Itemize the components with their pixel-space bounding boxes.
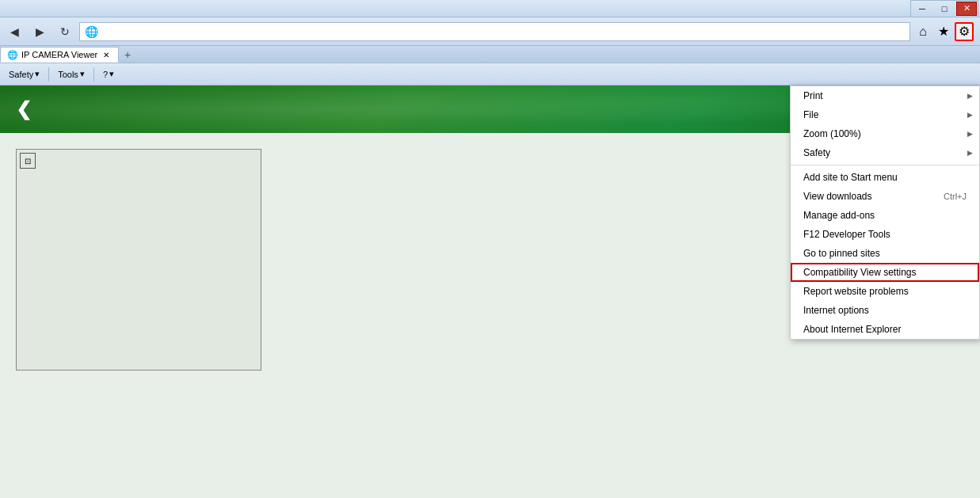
safety-menu[interactable]: Safety ▾	[3, 66, 45, 83]
safety-dropdown-icon: ▾	[35, 69, 40, 79]
tab-icon: 🌐	[7, 50, 18, 60]
menu-item-zoom[interactable]: Zoom (100%)	[791, 124, 979, 143]
menu-item-pinned-sites-label: Go to pinned sites	[803, 248, 880, 259]
home-button[interactable]: ⌂	[913, 22, 932, 41]
tab-bar: 🌐 IP CAMERA Viewer ✕ +	[0, 46, 980, 63]
tab-ipcamera[interactable]: 🌐 IP CAMERA Viewer ✕	[0, 47, 119, 63]
tools-dropdown-icon: ▾	[80, 69, 85, 79]
address-bar[interactable]: 🌐	[79, 22, 910, 41]
tab-close-button[interactable]: ✕	[101, 49, 112, 60]
new-tab-button[interactable]: +	[119, 47, 136, 63]
menu-item-file[interactable]: File	[791, 105, 979, 124]
menu-item-print-label: Print	[803, 90, 823, 101]
nav-bar: ◀ ▶ ↻ 🌐 ⌂ ★ ⚙	[0, 17, 980, 46]
window-control-group: ─ □ ✕	[910, 0, 978, 17]
video-icon: ⊡	[20, 153, 36, 169]
menu-item-internet-options-label: Internet options	[803, 305, 869, 316]
title-bar: ─ □ ✕	[0, 0, 980, 17]
tools-menu[interactable]: Tools ▾	[52, 66, 90, 83]
help-button[interactable]: ? ▾	[97, 66, 120, 83]
menu-item-zoom-label: Zoom (100%)	[803, 128, 861, 139]
refresh-button[interactable]: ↻	[54, 21, 76, 42]
menu-item-safety[interactable]: Safety	[791, 143, 979, 162]
menu-item-compat-view[interactable]: Compatibility View settings	[791, 263, 979, 282]
menu-item-manage-addons[interactable]: Manage add-ons	[791, 206, 979, 225]
minimize-button[interactable]: ─	[912, 2, 932, 16]
back-arrow[interactable]: ❮	[16, 98, 32, 120]
menu-item-compat-view-label: Compatibility View settings	[803, 267, 917, 278]
title-bar-buttons: ─ □ ✕	[910, 0, 980, 17]
menu-item-view-downloads[interactable]: View downloads Ctrl+J	[791, 187, 979, 206]
menu-item-f12-tools[interactable]: F12 Developer Tools	[791, 225, 979, 244]
menu-item-f12-tools-label: F12 Developer Tools	[803, 229, 890, 240]
close-button[interactable]: ✕	[956, 2, 977, 16]
menu-item-add-to-start[interactable]: Add site to Start menu	[791, 168, 979, 187]
menu-separator-1	[791, 165, 979, 165]
ie-toolbar-right: ⌂ ★ ⚙	[913, 22, 977, 41]
menu-item-manage-addons-label: Manage add-ons	[803, 210, 875, 221]
menu-item-report-problem-label: Report website problems	[803, 286, 909, 297]
help-label: ?	[103, 70, 108, 79]
video-placeholder: ⊡	[16, 149, 261, 371]
maximize-button[interactable]: □	[934, 2, 955, 16]
tools-label: Tools	[58, 70, 78, 79]
toolbar-bar: Safety ▾ Tools ▾ ? ▾	[0, 63, 980, 86]
menu-item-report-problem[interactable]: Report website problems	[791, 282, 979, 301]
forward-button[interactable]: ▶	[29, 21, 51, 42]
toolbar-sep-1	[48, 67, 49, 82]
menu-item-view-downloads-shortcut: Ctrl+J	[944, 192, 967, 201]
menu-item-about-ie-label: About Internet Explorer	[803, 324, 901, 335]
safety-label: Safety	[9, 70, 33, 79]
menu-item-view-downloads-label: View downloads	[803, 191, 872, 202]
menu-item-internet-options[interactable]: Internet options	[791, 301, 979, 320]
help-dropdown-icon: ▾	[109, 69, 114, 79]
ie-icon: 🌐	[85, 25, 98, 38]
gear-button[interactable]: ⚙	[955, 22, 974, 41]
menu-item-add-to-start-label: Add site to Start menu	[803, 172, 898, 183]
content-area: ❮ Wireless Day ⊡ Print File Zoom (100%) …	[0, 86, 980, 498]
back-button[interactable]: ◀	[3, 21, 25, 42]
menu-item-pinned-sites[interactable]: Go to pinned sites	[791, 244, 979, 263]
menu-item-safety-label: Safety	[803, 147, 830, 158]
menu-item-print[interactable]: Print	[791, 86, 979, 105]
menu-item-about-ie[interactable]: About Internet Explorer	[791, 320, 979, 339]
toolbar-sep-2	[93, 67, 94, 82]
tools-dropdown-menu: Print File Zoom (100%) Safety Add site t…	[790, 86, 980, 340]
menu-item-file-label: File	[803, 109, 818, 120]
tab-label: IP CAMERA Viewer	[21, 50, 97, 59]
favorites-button[interactable]: ★	[934, 22, 953, 41]
